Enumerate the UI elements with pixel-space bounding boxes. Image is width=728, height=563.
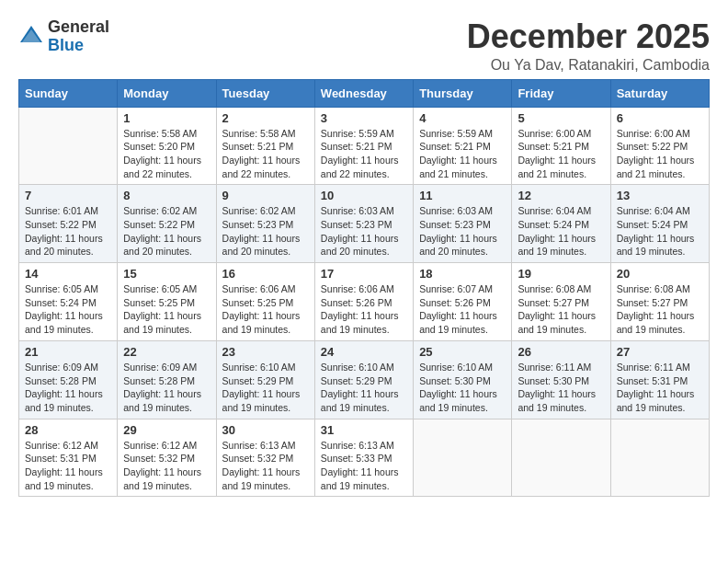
day-info: Sunrise: 6:00 AMSunset: 5:22 PMDaylight:… xyxy=(617,127,703,181)
header-sunday: Sunday xyxy=(19,79,118,107)
day-number: 26 xyxy=(518,345,604,359)
day-number: 12 xyxy=(518,189,604,202)
day-info: Sunrise: 6:09 AMSunset: 5:28 PMDaylight:… xyxy=(25,361,111,415)
calendar-cell: 23Sunrise: 6:10 AMSunset: 5:29 PMDayligh… xyxy=(216,340,314,419)
calendar-cell: 1Sunrise: 5:58 AMSunset: 5:20 PMDaylight… xyxy=(118,107,216,185)
calendar-week-1: 1Sunrise: 5:58 AMSunset: 5:20 PMDaylight… xyxy=(19,107,710,185)
day-info: Sunrise: 6:13 AMSunset: 5:32 PMDaylight:… xyxy=(222,439,309,493)
calendar-cell: 2Sunrise: 5:58 AMSunset: 5:21 PMDaylight… xyxy=(216,107,314,185)
day-info: Sunrise: 6:12 AMSunset: 5:31 PMDaylight:… xyxy=(25,439,111,493)
day-info: Sunrise: 5:59 AMSunset: 5:21 PMDaylight:… xyxy=(321,127,407,181)
calendar-cell: 5Sunrise: 6:00 AMSunset: 5:21 PMDaylight… xyxy=(512,107,610,185)
day-info: Sunrise: 6:05 AMSunset: 5:24 PMDaylight:… xyxy=(25,282,111,337)
calendar-cell: 6Sunrise: 6:00 AMSunset: 5:22 PMDaylight… xyxy=(610,107,709,185)
day-info: Sunrise: 6:12 AMSunset: 5:32 PMDaylight:… xyxy=(123,439,210,493)
day-info: Sunrise: 6:13 AMSunset: 5:33 PMDaylight:… xyxy=(321,439,407,493)
calendar-cell: 4Sunrise: 5:59 AMSunset: 5:21 PMDaylight… xyxy=(414,107,512,185)
day-info: Sunrise: 6:07 AMSunset: 5:26 PMDaylight:… xyxy=(419,282,506,337)
day-number: 22 xyxy=(123,345,210,359)
day-number: 19 xyxy=(518,267,604,281)
day-info: Sunrise: 5:58 AMSunset: 5:20 PMDaylight:… xyxy=(123,127,210,181)
calendar-cell: 21Sunrise: 6:09 AMSunset: 5:28 PMDayligh… xyxy=(19,340,118,419)
day-info: Sunrise: 6:10 AMSunset: 5:29 PMDaylight:… xyxy=(321,361,407,415)
day-number: 29 xyxy=(123,423,210,437)
page-header: General Blue December 2025 Ou Ya Dav, Ra… xyxy=(18,18,710,74)
day-info: Sunrise: 6:10 AMSunset: 5:29 PMDaylight:… xyxy=(222,361,309,415)
calendar-cell: 16Sunrise: 6:06 AMSunset: 5:25 PMDayligh… xyxy=(216,263,314,341)
calendar-week-3: 14Sunrise: 6:05 AMSunset: 5:24 PMDayligh… xyxy=(19,263,710,341)
day-number: 14 xyxy=(25,267,111,281)
calendar-cell: 15Sunrise: 6:05 AMSunset: 5:25 PMDayligh… xyxy=(118,263,216,341)
calendar-cell: 26Sunrise: 6:11 AMSunset: 5:30 PMDayligh… xyxy=(512,340,610,419)
day-info: Sunrise: 6:01 AMSunset: 5:22 PMDaylight:… xyxy=(25,204,111,259)
day-number: 28 xyxy=(25,423,111,437)
day-info: Sunrise: 6:05 AMSunset: 5:25 PMDaylight:… xyxy=(123,282,210,337)
location-text: Ou Ya Dav, Ratanakiri, Cambodia xyxy=(467,57,710,74)
day-number: 6 xyxy=(617,111,703,125)
day-number: 2 xyxy=(222,111,309,125)
calendar-cell: 18Sunrise: 6:07 AMSunset: 5:26 PMDayligh… xyxy=(414,263,512,341)
calendar-cell: 24Sunrise: 6:10 AMSunset: 5:29 PMDayligh… xyxy=(314,340,413,419)
day-number: 7 xyxy=(25,189,111,202)
day-info: Sunrise: 6:10 AMSunset: 5:30 PMDaylight:… xyxy=(419,361,506,415)
calendar-cell: 19Sunrise: 6:08 AMSunset: 5:27 PMDayligh… xyxy=(512,263,610,341)
day-number: 11 xyxy=(419,189,506,202)
calendar-cell: 11Sunrise: 6:03 AMSunset: 5:23 PMDayligh… xyxy=(414,185,512,263)
calendar-cell: 12Sunrise: 6:04 AMSunset: 5:24 PMDayligh… xyxy=(512,185,610,263)
calendar-week-4: 21Sunrise: 6:09 AMSunset: 5:28 PMDayligh… xyxy=(19,340,710,419)
calendar-cell xyxy=(610,419,709,497)
day-number: 9 xyxy=(222,189,309,202)
logo-text: General Blue xyxy=(48,18,109,55)
title-section: December 2025 Ou Ya Dav, Ratanakiri, Cam… xyxy=(467,18,710,74)
day-info: Sunrise: 6:00 AMSunset: 5:21 PMDaylight:… xyxy=(518,127,604,181)
calendar-cell: 29Sunrise: 6:12 AMSunset: 5:32 PMDayligh… xyxy=(118,419,216,497)
calendar-cell xyxy=(19,107,118,185)
day-info: Sunrise: 6:06 AMSunset: 5:25 PMDaylight:… xyxy=(222,282,309,337)
day-number: 23 xyxy=(222,345,309,359)
day-number: 31 xyxy=(321,423,407,437)
day-info: Sunrise: 6:04 AMSunset: 5:24 PMDaylight:… xyxy=(518,204,604,259)
calendar-cell xyxy=(414,419,512,497)
header-monday: Monday xyxy=(118,79,216,107)
day-number: 24 xyxy=(321,345,407,359)
day-info: Sunrise: 5:58 AMSunset: 5:21 PMDaylight:… xyxy=(222,127,309,181)
day-info: Sunrise: 5:59 AMSunset: 5:21 PMDaylight:… xyxy=(419,127,506,181)
day-info: Sunrise: 6:02 AMSunset: 5:23 PMDaylight:… xyxy=(222,204,309,259)
calendar-cell: 17Sunrise: 6:06 AMSunset: 5:26 PMDayligh… xyxy=(314,263,413,341)
calendar-cell: 13Sunrise: 6:04 AMSunset: 5:24 PMDayligh… xyxy=(610,185,709,263)
calendar-cell: 10Sunrise: 6:03 AMSunset: 5:23 PMDayligh… xyxy=(314,185,413,263)
day-info: Sunrise: 6:09 AMSunset: 5:28 PMDaylight:… xyxy=(123,361,210,415)
calendar-cell: 20Sunrise: 6:08 AMSunset: 5:27 PMDayligh… xyxy=(610,263,709,341)
day-number: 16 xyxy=(222,267,309,281)
calendar-cell: 8Sunrise: 6:02 AMSunset: 5:22 PMDaylight… xyxy=(118,185,216,263)
day-number: 25 xyxy=(419,345,506,359)
day-number: 30 xyxy=(222,423,309,437)
logo-icon xyxy=(18,24,44,50)
calendar-cell xyxy=(512,419,610,497)
day-info: Sunrise: 6:08 AMSunset: 5:27 PMDaylight:… xyxy=(617,282,703,337)
day-number: 1 xyxy=(123,111,210,125)
calendar-cell: 14Sunrise: 6:05 AMSunset: 5:24 PMDayligh… xyxy=(19,263,118,341)
calendar-cell: 22Sunrise: 6:09 AMSunset: 5:28 PMDayligh… xyxy=(118,340,216,419)
calendar-week-5: 28Sunrise: 6:12 AMSunset: 5:31 PMDayligh… xyxy=(19,419,710,497)
logo-blue-text: Blue xyxy=(48,36,84,54)
header-friday: Friday xyxy=(512,79,610,107)
day-info: Sunrise: 6:11 AMSunset: 5:31 PMDaylight:… xyxy=(617,361,703,415)
logo-general-text: General xyxy=(48,17,109,36)
day-number: 3 xyxy=(321,111,407,125)
day-number: 27 xyxy=(617,345,703,359)
day-number: 8 xyxy=(123,189,210,202)
calendar-header-row: SundayMondayTuesdayWednesdayThursdayFrid… xyxy=(19,79,710,107)
day-number: 21 xyxy=(25,345,111,359)
day-number: 15 xyxy=(123,267,210,281)
calendar-cell: 25Sunrise: 6:10 AMSunset: 5:30 PMDayligh… xyxy=(414,340,512,419)
calendar-table: SundayMondayTuesdayWednesdayThursdayFrid… xyxy=(18,79,710,498)
calendar-cell: 3Sunrise: 5:59 AMSunset: 5:21 PMDaylight… xyxy=(314,107,413,185)
header-saturday: Saturday xyxy=(610,79,709,107)
calendar-cell: 9Sunrise: 6:02 AMSunset: 5:23 PMDaylight… xyxy=(216,185,314,263)
day-number: 10 xyxy=(321,189,407,202)
header-wednesday: Wednesday xyxy=(314,79,413,107)
day-info: Sunrise: 6:08 AMSunset: 5:27 PMDaylight:… xyxy=(518,282,604,337)
day-number: 17 xyxy=(321,267,407,281)
logo: General Blue xyxy=(18,18,109,55)
